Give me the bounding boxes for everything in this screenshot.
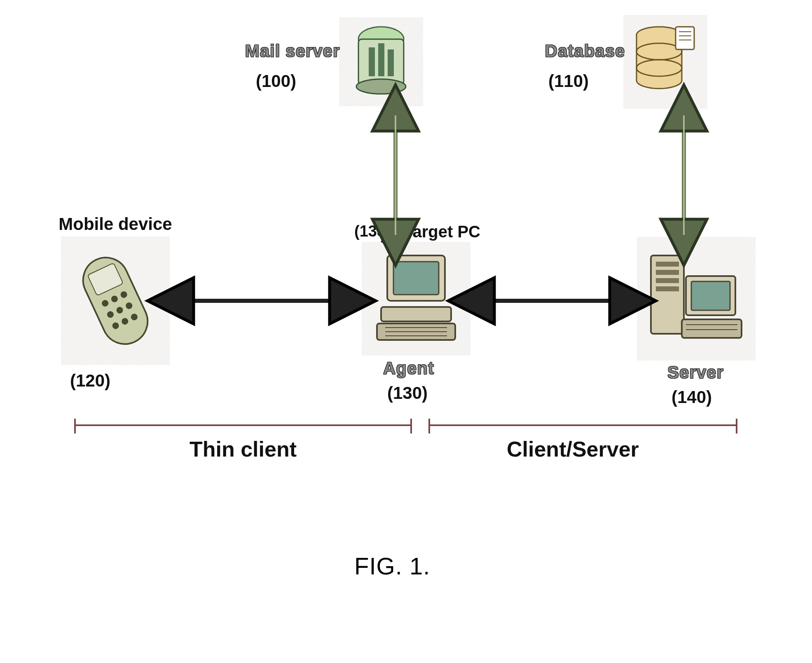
mail-server-icon [346,25,416,99]
mail-server-ref: (100) [190,71,363,91]
svg-rect-39 [682,319,742,338]
svg-rect-34 [656,270,679,275]
mobile-device-icon [70,247,161,354]
arrow-mailserver-agent [383,103,408,247]
arrow-database-server [672,103,696,247]
svg-rect-36 [656,286,679,291]
svg-rect-2 [369,47,375,76]
svg-rect-33 [656,262,679,267]
node-database: Database (110) [527,29,700,68]
target-pc-label: Target PC [404,223,480,241]
server-icon [647,247,746,350]
agent-label: Agent [383,358,434,378]
agent-ref: (130) [387,383,428,403]
thin-client-label: Thin client [190,437,297,462]
figure-caption: FIG. 1. [354,552,430,580]
svg-rect-4 [388,49,394,76]
pc-icon [371,251,461,346]
range-thin-client [74,424,412,429]
svg-rect-38 [691,281,730,310]
mobile-device-label: Mobile device [59,214,172,234]
database-ref: (110) [482,71,655,91]
node-mail-server: Mail server (100) [251,29,424,68]
diagram-canvas: Mail server (100) Database (110) [0,0,812,663]
arrow-mobile-agent [165,288,358,313]
svg-rect-9 [676,27,694,49]
svg-rect-3 [378,43,384,76]
database-label: Database [545,41,625,61]
server-ref: (140) [672,387,712,407]
mobile-device-ref: (120) [70,371,110,391]
svg-rect-27 [381,307,451,321]
svg-point-5 [356,79,406,94]
svg-rect-35 [656,278,679,283]
server-label: Server [667,363,724,382]
database-icon [630,23,700,101]
arrow-agent-server [466,288,639,313]
svg-rect-26 [393,262,439,295]
range-client-server [428,424,737,429]
mail-server-label: Mail server [245,41,340,61]
svg-rect-32 [651,255,684,334]
client-server-label: Client/Server [507,437,639,462]
node-mobile-device: Mobile device (120) [54,214,185,234]
